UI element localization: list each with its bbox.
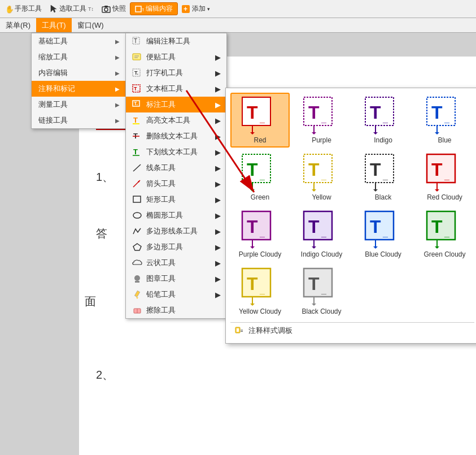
svg-text:≡: ≡	[241, 328, 243, 333]
color-item-blue[interactable]: T _ Blue	[415, 93, 474, 148]
submenu-ellipse[interactable]: 椭圆形工具 ▶	[126, 207, 226, 223]
submenu-underline[interactable]: T 下划线文本工具 ▶	[126, 144, 226, 160]
color-item-yellow[interactable]: T _ Yellow	[292, 150, 351, 205]
menu-item-tools[interactable]: 工具(T)	[36, 18, 72, 32]
color-item-red-cloudy[interactable]: T _ Red Cloudy	[415, 150, 474, 205]
submenu-highlight[interactable]: T 高亮文本工具 ▶	[126, 112, 226, 128]
svg-text:_: _	[382, 228, 388, 238]
color-label-blue-cloudy: Blue Cloudy	[365, 250, 401, 258]
doc-text-3: 答	[96, 226, 107, 241]
svg-text:_: _	[382, 114, 388, 124]
svg-point-3	[104, 8, 108, 11]
svg-text:T: T	[370, 216, 381, 237]
svg-text:T: T	[370, 159, 381, 180]
edit-annotation-label: 编辑注释工具	[146, 36, 221, 46]
submenu-pencil[interactable]: 铅笔工具 ▶	[126, 287, 226, 302]
link-tools-label: 链接工具	[38, 115, 68, 125]
svg-line-26	[133, 164, 141, 171]
menu-annotation-mark[interactable]: 注释和标记 ▶	[32, 81, 126, 97]
strikethrough-arrow: ▶	[215, 132, 221, 141]
menu-item-window[interactable]: 窗口(W)	[72, 18, 110, 32]
color-item-red[interactable]: T _ Red	[230, 93, 290, 148]
sticky-note-label: 便贴工具	[146, 52, 212, 62]
hand-icon: ✋	[4, 5, 13, 14]
color-item-purple-cloudy[interactable]: T _ Purple Cloudy	[230, 207, 290, 262]
submenu-edit-annotation[interactable]: T 编辑注释工具	[126, 33, 226, 49]
color-item-black-cloudy[interactable]: T _ Black Cloudy	[292, 264, 351, 319]
svg-rect-109	[237, 328, 239, 332]
underline-arrow: ▶	[215, 148, 221, 157]
add-button[interactable]: + 添加 ▾	[178, 3, 213, 15]
svg-marker-87	[312, 246, 316, 249]
submenu-typewriter[interactable]: T. 打字机工具 ▶	[126, 65, 226, 81]
svg-text:_: _	[259, 114, 265, 124]
submenu-line[interactable]: 线条工具 ▶	[126, 160, 226, 176]
stamp-arrow: ▶	[215, 275, 221, 283]
svg-text:T: T	[431, 159, 443, 180]
submenu-cloud[interactable]: 云状工具 ▶	[126, 255, 226, 271]
submenu-textbox[interactable]: T_ 文本框工具 ▶	[126, 81, 226, 97]
svg-marker-35	[136, 297, 138, 299]
color-item-indigo[interactable]: T _ Indigo	[353, 93, 413, 148]
polygon-line-icon	[132, 227, 143, 236]
submenu-stamp[interactable]: 图章工具 ▶	[126, 271, 226, 287]
color-item-black[interactable]: T _ Black	[353, 150, 413, 205]
svg-text:T: T	[308, 159, 320, 180]
callout-arrow: ▶	[215, 101, 221, 109]
color-label-black: Black	[375, 193, 391, 201]
hand-tool-button[interactable]: ✋ 手形工具	[0, 2, 46, 15]
color-item-green-cloudy[interactable]: T _ Green Cloudy	[415, 207, 474, 262]
add-dropdown-icon: ▾	[207, 6, 210, 12]
submenu-callout[interactable]: T. 标注工具 ▶	[126, 97, 226, 112]
svg-text:_: _	[321, 228, 327, 238]
callout-label: 标注工具	[146, 99, 212, 110]
stamp-icon	[132, 274, 143, 283]
svg-text:_: _	[321, 285, 327, 295]
color-item-green[interactable]: T _ Green	[230, 150, 290, 205]
polygon-icon	[132, 242, 143, 252]
ellipse-icon	[132, 211, 143, 220]
color-item-indigo-cloudy[interactable]: T _ Indigo Cloudy	[292, 207, 351, 262]
submenu-polygon-line[interactable]: 多边形线条工具 ▶	[126, 223, 226, 239]
edit-content-button[interactable]: T 编辑内容	[130, 2, 178, 15]
menu-measure-tools[interactable]: 测量工具 ▶	[32, 97, 126, 112]
select-tool-button[interactable]: 选取工具 T↕	[46, 2, 98, 15]
rectangle-label: 矩形工具	[146, 194, 212, 205]
t-icon-green-cloudy: T _	[426, 210, 464, 249]
submenu-arrow[interactable]: 箭头工具 ▶	[126, 176, 226, 192]
menu-zoom-tools[interactable]: 缩放工具 ▶	[32, 49, 126, 65]
textbox-arrow: ▶	[215, 85, 221, 93]
menu-window-label: 窗口(W)	[77, 20, 104, 31]
highlight-icon: T	[132, 116, 143, 125]
menu-link-tools[interactable]: 链接工具 ▶	[32, 112, 126, 128]
color-item-yellow-cloudy[interactable]: T _ Yellow Cloudy	[230, 264, 290, 319]
menu-basic-tools[interactable]: 基础工具 ▶	[32, 33, 126, 49]
polygon-label: 多边形工具	[146, 242, 212, 252]
svg-text:T: T	[370, 102, 381, 123]
select-tool-indicator: T↕	[88, 6, 94, 12]
basic-tools-label: 基础工具	[38, 36, 68, 46]
color-label-yellow-cloudy: Yellow Cloudy	[239, 307, 281, 315]
svg-text:T: T	[308, 102, 320, 123]
color-item-blue-cloudy[interactable]: T _ Blue Cloudy	[353, 207, 413, 262]
submenu-rectangle[interactable]: 矩形工具 ▶	[126, 192, 226, 207]
submenu-eraser[interactable]: 擦除工具	[126, 302, 226, 318]
color-item-purple[interactable]: T _ Purple	[292, 93, 351, 148]
highlight-arrow: ▶	[215, 116, 221, 125]
svg-marker-42	[250, 132, 255, 135]
svg-point-32	[134, 275, 140, 281]
annotation-styles-button[interactable]: ≡ 注释样式调板	[230, 322, 474, 339]
svg-marker-52	[373, 132, 378, 135]
menu-content-edit[interactable]: 内容编辑 ▶	[32, 65, 126, 81]
textbox-icon: T_	[132, 84, 143, 93]
submenu-sticky-note[interactable]: 便贴工具 ▶	[126, 49, 226, 65]
snapshot-button[interactable]: 快照	[98, 2, 130, 15]
submenu-polygon[interactable]: 多边形工具 ▶	[126, 239, 226, 255]
svg-marker-82	[250, 246, 255, 249]
color-label-red-cloudy: Red Cloudy	[427, 193, 462, 201]
color-label-red: Red	[254, 136, 266, 144]
svg-text:✋: ✋	[5, 5, 13, 14]
submenu-strikethrough[interactable]: T 删除线文本工具 ▶	[126, 128, 226, 144]
color-label-purple-cloudy: Purple Cloudy	[239, 250, 281, 258]
menu-item-r[interactable]: 菜单(R)	[0, 18, 36, 32]
